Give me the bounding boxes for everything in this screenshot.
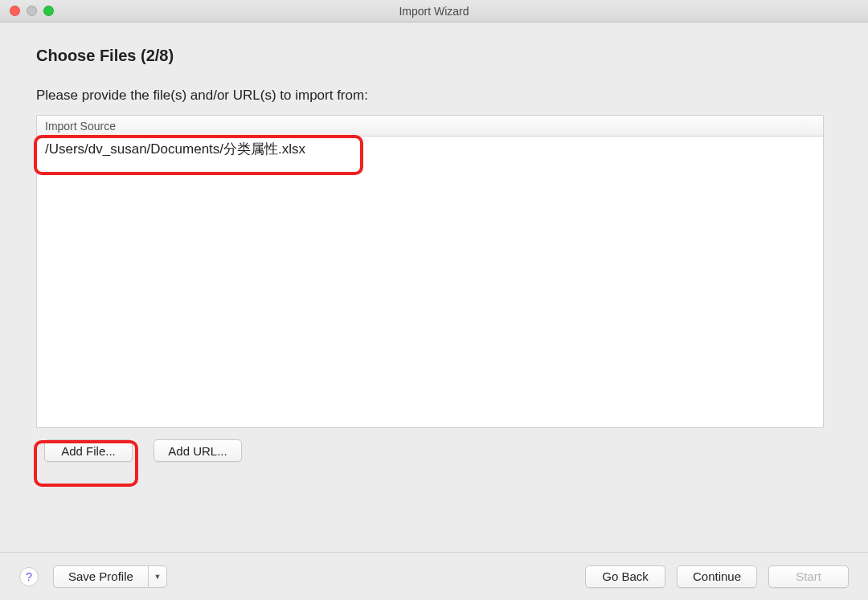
save-profile-split-button: Save Profile ▼: [53, 565, 167, 588]
save-profile-dropdown[interactable]: ▼: [148, 565, 167, 588]
step-title: Choose Files (2/8): [36, 47, 832, 65]
import-source-table: Import Source /Users/dv_susan/Documents/…: [36, 115, 824, 428]
continue-button[interactable]: Continue: [677, 565, 757, 588]
help-button[interactable]: ?: [19, 567, 39, 586]
file-path: /Users/dv_susan/Documents/分类属性.xlsx: [45, 141, 305, 157]
traffic-lights: [0, 6, 54, 16]
footer-right-buttons: Go Back Continue Start: [585, 565, 849, 588]
table-row[interactable]: /Users/dv_susan/Documents/分类属性.xlsx: [37, 137, 823, 161]
start-button: Start: [768, 565, 849, 588]
column-header-import-source: Import Source: [45, 120, 116, 133]
footer: ? Save Profile ▼ Go Back Continue Start: [0, 552, 868, 600]
help-icon: ?: [26, 569, 32, 583]
add-file-button[interactable]: Add File...: [44, 439, 133, 462]
window-title: Import Wizard: [399, 5, 469, 18]
table-body[interactable]: /Users/dv_susan/Documents/分类属性.xlsx: [37, 137, 823, 427]
file-buttons-row: Add File... Add URL...: [36, 439, 832, 462]
close-window-button[interactable]: [10, 6, 20, 16]
content-area: Choose Files (2/8) Please provide the fi…: [0, 22, 868, 478]
maximize-window-button[interactable]: [43, 6, 54, 16]
titlebar: Import Wizard: [0, 0, 868, 22]
instruction-text: Please provide the file(s) and/or URL(s)…: [36, 88, 832, 104]
go-back-button[interactable]: Go Back: [585, 565, 665, 588]
chevron-down-icon: ▼: [154, 573, 161, 581]
minimize-window-button: [27, 6, 37, 16]
save-profile-button[interactable]: Save Profile: [53, 565, 148, 588]
table-header[interactable]: Import Source: [37, 116, 823, 137]
add-url-button[interactable]: Add URL...: [154, 439, 242, 462]
